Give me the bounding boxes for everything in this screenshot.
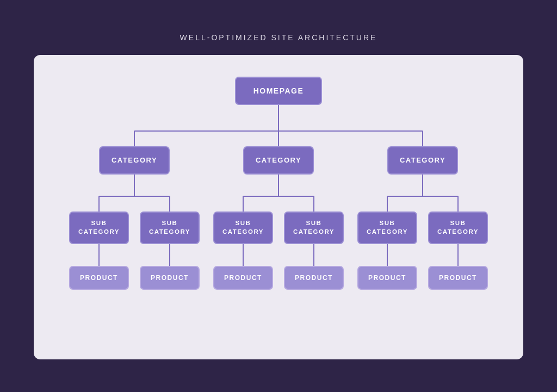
product-node-2: PRODUCT [140,266,200,290]
subcategory-node-2: SUB CATEGORY [140,211,200,244]
category-node-3: CATEGORY [387,146,458,175]
product-node-5: PRODUCT [357,266,417,290]
subcategory-node-6: SUB CATEGORY [428,211,488,244]
category-node-1: CATEGORY [99,146,170,175]
diagram-nodes: HOMEPAGE CATEGORY CATEGORY CATEGORY SUB … [50,77,507,338]
page-title: WELL-OPTIMIZED SITE ARCHITECTURE [180,33,377,42]
category-node-2: CATEGORY [243,146,314,175]
diagram-container: HOMEPAGE CATEGORY CATEGORY CATEGORY SUB … [34,55,523,359]
subcategory-node-3: SUB CATEGORY [213,211,273,244]
architecture-diagram: HOMEPAGE CATEGORY CATEGORY CATEGORY SUB … [50,77,507,338]
product-node-3: PRODUCT [213,266,273,290]
subcategory-node-5: SUB CATEGORY [357,211,417,244]
homepage-node: HOMEPAGE [235,77,322,105]
subcategory-node-1: SUB CATEGORY [69,211,129,244]
product-node-6: PRODUCT [428,266,488,290]
product-node-4: PRODUCT [284,266,344,290]
product-node-1: PRODUCT [69,266,129,290]
subcategory-node-4: SUB CATEGORY [284,211,344,244]
